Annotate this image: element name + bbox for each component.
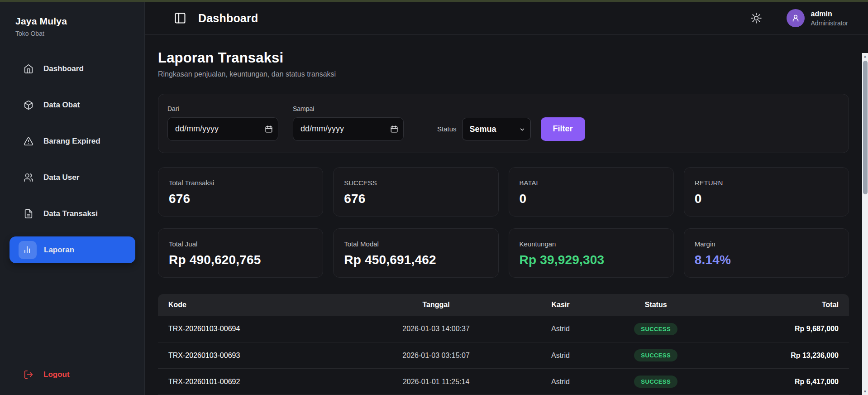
table-row[interactable]: TRX-20260103-00694 2026-01-03 14:00:37 A… <box>158 316 849 342</box>
sidebar-item-barang-expired[interactable]: Barang Expired <box>0 128 144 154</box>
filter-card: Dari Sampai <box>158 94 849 153</box>
stat-label: Total Modal <box>344 240 487 248</box>
cell-status: SUCCESS <box>606 369 706 395</box>
user-meta: admin Administrator <box>811 10 848 28</box>
stat-value: 0 <box>695 192 838 206</box>
table-body: TRX-20260103-00694 2026-01-03 14:00:37 A… <box>158 316 849 395</box>
theme-toggle-sun-icon[interactable] <box>750 12 762 24</box>
sidebar-toggle-icon[interactable] <box>174 12 186 24</box>
col-kode: Kode <box>158 294 357 316</box>
col-status: Status <box>606 294 706 316</box>
scrollbar-down-arrow[interactable]: ▼ <box>862 388 868 395</box>
stat-value: 676 <box>344 192 487 206</box>
stat-card-total-jual: Total Jual Rp 490,620,765 <box>158 228 323 278</box>
status-badge: SUCCESS <box>634 323 677 335</box>
sidebar-item-data-obat[interactable]: Data Obat <box>0 92 144 118</box>
status-badge: SUCCESS <box>634 376 677 388</box>
col-total: Total <box>706 294 849 316</box>
page-subtitle: Ringkasan penjualan, keuntungan, dan sta… <box>158 70 849 78</box>
cell-kasir: Astrid <box>515 316 606 342</box>
users-icon <box>24 173 33 183</box>
package-icon <box>24 100 33 110</box>
table-header: Kode Tanggal Kasir Status Total <box>158 294 849 316</box>
sidebar-item-label: Dashboard <box>43 64 84 73</box>
sidebar-item-data-user[interactable]: Data User <box>0 164 144 191</box>
sidebar-item-label: Data User <box>43 173 79 182</box>
filter-sampai-group: Sampai <box>293 105 404 141</box>
stat-label: SUCCESS <box>344 179 487 187</box>
cell-status: SUCCESS <box>606 316 706 342</box>
stat-card-keuntungan: Keuntungan Rp 39,929,303 <box>509 228 674 278</box>
stat-card-return: RETURN 0 <box>684 167 849 217</box>
stat-value: Rp 490,620,765 <box>169 253 312 267</box>
sidebar-item-label: Data Obat <box>43 101 80 110</box>
sidebar-item-dashboard[interactable]: Dashboard <box>0 55 144 82</box>
filter-button[interactable]: Filter <box>541 117 585 141</box>
stat-label: BATAL <box>520 179 663 187</box>
stat-label: Margin <box>695 240 838 248</box>
cell-kode: TRX-20260101-00692 <box>158 369 357 395</box>
cell-kasir: Astrid <box>515 342 606 369</box>
sidebar-item-label: Barang Expired <box>43 137 100 146</box>
cell-kode: TRX-20260103-00693 <box>158 342 357 369</box>
stat-value: 676 <box>169 192 312 206</box>
logout-button[interactable]: Logout <box>0 370 144 380</box>
filter-dari-group: Dari <box>167 105 278 141</box>
status-badge: SUCCESS <box>634 349 677 361</box>
header-title: Dashboard <box>198 12 258 25</box>
sampai-date-input[interactable] <box>293 117 404 141</box>
brand-subtitle: Toko Obat <box>15 30 129 37</box>
header: Dashboard admin Administrator <box>145 2 868 35</box>
dari-date-input[interactable] <box>167 117 278 141</box>
sidebar-item-label: Laporan <box>44 246 74 255</box>
table-row[interactable]: TRX-20260103-00693 2026-01-03 03:15:07 A… <box>158 342 849 369</box>
cell-status: SUCCESS <box>606 342 706 369</box>
stat-card-margin: Margin 8.14% <box>684 228 849 278</box>
stat-label: RETURN <box>695 179 838 187</box>
scrollbar-up-arrow[interactable]: ▲ <box>862 53 868 60</box>
cell-tanggal: 2026-01-03 03:15:07 <box>357 342 515 369</box>
sidebar-item-laporan[interactable]: Laporan <box>10 236 135 263</box>
content: Laporan Transaksi Ringkasan penjualan, k… <box>145 35 868 395</box>
app-root: Jaya Mulya Toko Obat Dashboard Data Obat <box>0 2 868 395</box>
user-name: admin <box>811 10 848 19</box>
col-kasir: Kasir <box>515 294 606 316</box>
cell-total: Rp 9,687,000 <box>706 316 849 342</box>
cell-total: Rp 6,417,000 <box>706 369 849 395</box>
stat-value: Rp 39,929,303 <box>520 253 663 267</box>
cell-kode: TRX-20260103-00694 <box>158 316 357 342</box>
stat-card-success: SUCCESS 676 <box>333 167 498 217</box>
main-area: Dashboard admin Administrator Laporan Tr… <box>145 2 868 395</box>
filter-status-group: Status Semua <box>437 117 531 141</box>
brand: Jaya Mulya Toko Obat <box>0 16 144 37</box>
cell-tanggal: 2026-01-03 14:00:37 <box>357 316 515 342</box>
sidebar-nav: Dashboard Data Obat Barang Expired Data … <box>0 55 144 273</box>
sampai-label: Sampai <box>293 105 404 112</box>
table-row[interactable]: TRX-20260101-00692 2026-01-01 11:25:14 A… <box>158 369 849 395</box>
alert-triangle-icon <box>24 136 33 146</box>
stat-label: Total Jual <box>169 240 312 248</box>
scrollbar-thumb[interactable] <box>863 61 868 194</box>
calendar-icon[interactable] <box>265 125 273 133</box>
vertical-scrollbar[interactable]: ▲ ▼ <box>862 53 868 395</box>
calendar-icon[interactable] <box>390 125 398 133</box>
user-role: Administrator <box>811 19 848 28</box>
logout-icon <box>24 370 33 380</box>
sidebar-item-data-transaksi[interactable]: Data Transaksi <box>0 200 144 227</box>
bar-chart-icon <box>23 245 33 255</box>
brand-title: Jaya Mulya <box>15 16 129 27</box>
transactions-table: Kode Tanggal Kasir Status Total TRX-2026… <box>158 294 849 395</box>
cell-kasir: Astrid <box>515 369 606 395</box>
status-select[interactable]: Semua <box>462 118 531 140</box>
dari-label: Dari <box>167 105 278 112</box>
avatar[interactable] <box>787 9 805 27</box>
page-title: Laporan Transaksi <box>158 50 849 66</box>
sidebar-item-label: Data Transaksi <box>43 209 98 218</box>
stat-card-total-modal: Total Modal Rp 450,691,462 <box>333 228 498 278</box>
stat-card-batal: BATAL 0 <box>509 167 674 217</box>
header-right: admin Administrator <box>750 9 848 27</box>
cell-total: Rp 13,236,000 <box>706 342 849 369</box>
stat-value: 0 <box>520 192 663 206</box>
stat-label: Keuntungan <box>520 240 663 248</box>
status-label: Status <box>437 125 457 133</box>
